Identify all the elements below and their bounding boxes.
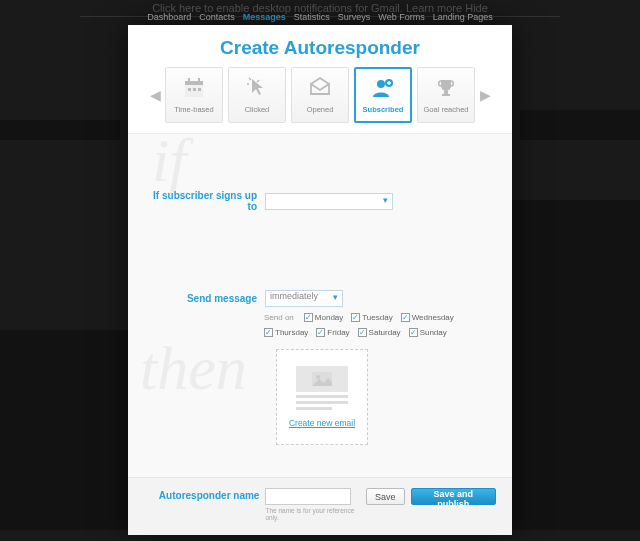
nav-dashboard[interactable]: Dashboard xyxy=(147,12,191,22)
svg-rect-1 xyxy=(185,81,203,85)
type-card-subscribed[interactable]: Subscribed xyxy=(354,67,412,123)
autoresponder-type-picker: ◀ Time-basedClickedOpenedSubscribedGoal … xyxy=(128,67,512,133)
svg-rect-2 xyxy=(188,78,190,83)
create-new-email-link[interactable]: Create new email xyxy=(289,418,355,428)
type-card-label: Clicked xyxy=(245,105,270,114)
day-label: Monday xyxy=(315,313,343,322)
nav-statistics[interactable]: Statistics xyxy=(294,12,330,22)
day-label: Wednesday xyxy=(412,313,454,322)
svg-rect-6 xyxy=(198,88,201,91)
checkbox-icon: ✓ xyxy=(304,313,313,322)
save-and-publish-button[interactable]: Save and publish xyxy=(411,488,496,505)
day-monday[interactable]: ✓Monday xyxy=(304,313,343,322)
svg-rect-3 xyxy=(198,78,200,83)
type-card-opened[interactable]: Opened xyxy=(291,67,349,123)
user-icon xyxy=(370,76,396,102)
nav-surveys[interactable]: Surveys xyxy=(338,12,371,22)
envelope-icon xyxy=(307,76,333,102)
watermark-then: then xyxy=(140,344,247,394)
day-label: Sunday xyxy=(420,328,447,337)
checkbox-icon: ✓ xyxy=(264,328,273,337)
type-card-goal-reached[interactable]: Goal reached xyxy=(417,67,475,123)
autoresponder-name-input[interactable] xyxy=(265,488,351,505)
day-label: Thursday xyxy=(275,328,308,337)
day-label: Friday xyxy=(327,328,349,337)
svg-rect-5 xyxy=(193,88,196,91)
send-message-label: Send message xyxy=(152,293,257,304)
top-nav: DashboardContactsMessagesStatisticsSurve… xyxy=(0,12,640,22)
day-saturday[interactable]: ✓Saturday xyxy=(358,328,401,337)
day-thursday[interactable]: ✓Thursday xyxy=(264,328,308,337)
day-sunday[interactable]: ✓Sunday xyxy=(409,328,447,337)
day-label: Saturday xyxy=(369,328,401,337)
nav-landing-pages[interactable]: Landing Pages xyxy=(433,12,493,22)
type-prev-arrow[interactable]: ◀ xyxy=(150,80,160,110)
nav-web-forms[interactable]: Web Forms xyxy=(378,12,424,22)
config-section: if then If subscriber signs up to Send m… xyxy=(128,133,512,477)
modal-footer: Autoresponder name The name is for your … xyxy=(128,477,512,535)
day-label: Tuesday xyxy=(362,313,392,322)
svg-rect-10 xyxy=(442,94,450,96)
type-card-clicked[interactable]: Clicked xyxy=(228,67,286,123)
checkbox-icon: ✓ xyxy=(316,328,325,337)
if-condition-label: If subscriber signs up to xyxy=(152,190,257,212)
calendar-icon xyxy=(181,76,207,102)
type-card-label: Time-based xyxy=(174,105,213,114)
autoresponder-name-label: Autoresponder name xyxy=(152,488,259,501)
day-tuesday[interactable]: ✓Tuesday xyxy=(351,313,392,322)
checkbox-icon: ✓ xyxy=(358,328,367,337)
trophy-icon xyxy=(433,76,459,102)
day-wednesday[interactable]: ✓Wednesday xyxy=(401,313,454,322)
nav-contacts[interactable]: Contacts xyxy=(199,12,235,22)
svg-rect-9 xyxy=(444,91,448,94)
send-timing-select[interactable]: immediately xyxy=(265,290,343,307)
email-template-slot[interactable]: Create new email xyxy=(276,349,368,445)
modal-title: Create Autoresponder xyxy=(128,25,512,67)
day-friday[interactable]: ✓Friday xyxy=(316,328,349,337)
svg-point-7 xyxy=(377,80,385,88)
svg-rect-4 xyxy=(188,88,191,91)
svg-point-12 xyxy=(316,375,320,379)
checkbox-icon: ✓ xyxy=(409,328,418,337)
type-card-label: Opened xyxy=(307,105,334,114)
checkbox-icon: ✓ xyxy=(401,313,410,322)
cursor-icon xyxy=(244,76,270,102)
type-card-label: Subscribed xyxy=(363,105,404,114)
name-hint: The name is for your reference only. xyxy=(265,507,360,521)
campaign-select[interactable] xyxy=(265,193,393,210)
checkbox-icon: ✓ xyxy=(351,313,360,322)
send-on-label: Send on xyxy=(264,313,294,322)
type-card-time-based[interactable]: Time-based xyxy=(165,67,223,123)
type-next-arrow[interactable]: ▶ xyxy=(480,80,490,110)
nav-messages[interactable]: Messages xyxy=(243,12,286,22)
create-autoresponder-modal: Create Autoresponder ◀ Time-basedClicked… xyxy=(128,25,512,535)
type-card-label: Goal reached xyxy=(423,105,468,114)
save-button[interactable]: Save xyxy=(366,488,405,505)
email-thumbnail-icon xyxy=(296,366,348,410)
